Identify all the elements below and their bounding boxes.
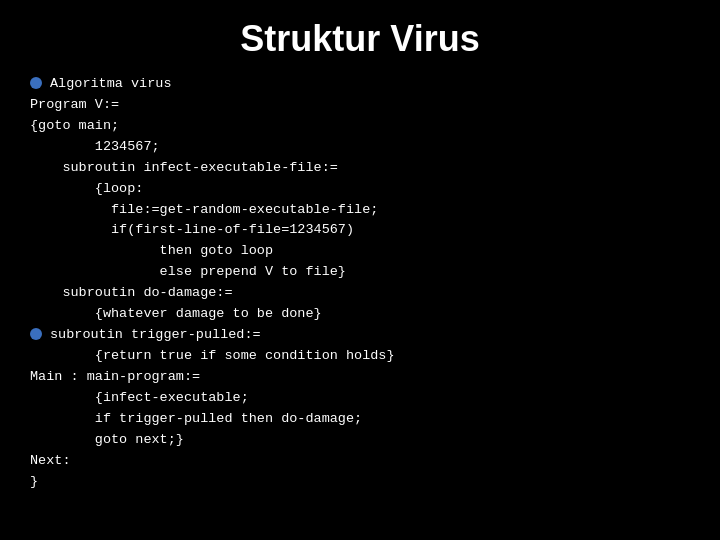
bullet-icon-2 [30,328,42,340]
bullet-icon-1 [30,77,42,89]
code-line-6: if(first-line-of-file=1234567) [30,220,700,241]
code-line-10: {whatever damage to be done} [30,304,700,325]
code-line-0: Program V:= [30,95,700,116]
code-line-8: else prepend V to file} [30,262,700,283]
page-title: Struktur Virus [0,0,720,74]
code-line-18: } [30,472,700,493]
algorithm-virus-text: Algoritma virus [50,74,172,95]
code-line-13: Main : main-program:= [30,367,700,388]
code-line-2: 1234567; [30,137,700,158]
code-line-15: if trigger-pulled then do-damage; [30,409,700,430]
code-line-16: goto next;} [30,430,700,451]
code-line-14: {infect-executable; [30,388,700,409]
code-line-9: subroutin do-damage:= [30,283,700,304]
code-line-5: file:=get-random-executable-file; [30,200,700,221]
code-block-main: Program V:={goto main; 1234567; subrouti… [30,95,700,493]
content-area: Algoritma virus Program V:={goto main; 1… [0,74,720,492]
code-line-12: {return true if some condition holds} [30,346,700,367]
code-line-17: Next: [30,451,700,472]
code-line-1: {goto main; [30,116,700,137]
code-line-7: then goto loop [30,241,700,262]
code-line-3: subroutin infect-executable-file:= [30,158,700,179]
trigger-pulled-text: subroutin trigger-pulled:= [50,325,261,346]
algorithm-virus-line: Algoritma virus [30,74,700,95]
code-line-4: {loop: [30,179,700,200]
code-line-11: subroutin trigger-pulled:= [30,325,700,346]
